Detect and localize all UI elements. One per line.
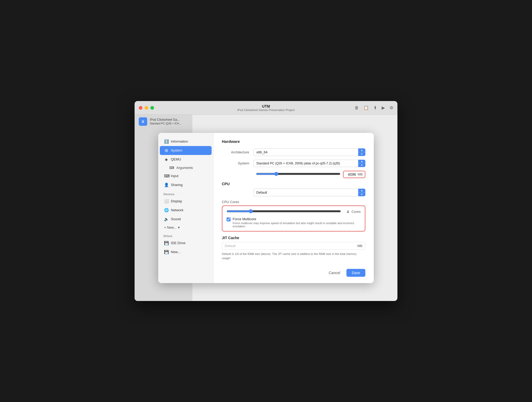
cpu-section-label: CPU [222, 182, 365, 186]
main-window: UTM iPod Clickwheel Games Preservation P… [135, 101, 397, 301]
new-device-label: + New... [164, 225, 176, 229]
architecture-select[interactable]: x86_64 [253, 148, 365, 156]
architecture-row: Architecture x86_64 ▲ ▼ [222, 148, 365, 156]
sidebar-item-information[interactable]: ℹ️ Information [160, 137, 212, 146]
sidebar-item-system-label: System [171, 148, 182, 152]
titlebar: UTM iPod Clickwheel Games Preservation P… [135, 101, 397, 115]
jit-cache-label: JIT Cache [222, 236, 365, 240]
devices-section-label: Devices [158, 189, 213, 197]
sidebar-item-input[interactable]: ⌨ Input [160, 172, 212, 180]
force-multicore-text: Force Multicore Force multicore may impr… [233, 217, 361, 228]
sidebar-item-information-label: Information [171, 139, 188, 143]
ram-slider-wrapper [256, 172, 340, 177]
modal-sidebar: ℹ️ Information ⊞ System ◈ QEMU [158, 133, 213, 283]
system-row: System Standard PC (Q35 + ICH9, 2009) (a… [222, 160, 365, 167]
sidebar-item-sharing-label: Sharing [171, 183, 183, 187]
input-icon: ⌨ [164, 174, 169, 178]
architecture-stepper-up[interactable]: ▲ [358, 148, 365, 152]
play-icon[interactable]: ▶ [382, 105, 385, 110]
qemu-icon: ◈ [164, 157, 169, 162]
ram-unit: MB [358, 172, 363, 176]
cancel-button[interactable]: Cancel [325, 269, 343, 277]
new-device-button[interactable]: + New... ▾ [160, 224, 212, 231]
system-icon: ⊞ [164, 148, 169, 153]
sharing-icon: 👤 [164, 183, 169, 187]
ram-slider[interactable] [256, 172, 340, 176]
modal-footer: Cancel Save [222, 267, 365, 277]
architecture-stepper: ▲ ▼ [358, 148, 365, 156]
force-multicore-desc: Force multicore may improve speed of emu… [233, 222, 361, 228]
arguments-icon: ⌨ [169, 166, 174, 170]
sidebar-item-qemu-label: QEMU [171, 157, 181, 161]
sound-icon: 🔈 [164, 217, 169, 222]
maximize-button[interactable] [150, 106, 154, 110]
system-select[interactable]: Standard PC (Q35 + ICH9, 2009) (alias of… [253, 160, 365, 167]
close-button[interactable] [139, 106, 142, 110]
chevron-down-icon: ▾ [178, 225, 180, 229]
system-stepper-up[interactable]: ▲ [358, 160, 365, 164]
cores-box: 4 Cores Force Multicore Force multicore … [222, 205, 365, 232]
cpu-cores-label: CPU Cores [222, 200, 365, 204]
modal-content: Hardware Architecture x86_64 ▲ ▼ [213, 133, 374, 283]
cpu-select[interactable]: Default [253, 189, 365, 196]
sidebar-item-ide-drive[interactable]: 💾 IDE Drive [160, 239, 212, 248]
traffic-lights [139, 106, 154, 110]
architecture-control: x86_64 ▲ ▼ [253, 148, 365, 156]
sidebar-item-ide-drive-label: IDE Drive [171, 241, 186, 245]
app-title: UTM [237, 104, 295, 108]
settings-icon[interactable]: ⚙ [390, 105, 393, 110]
cores-slider-row: 4 Cores [227, 209, 361, 214]
minimize-button[interactable] [145, 106, 148, 110]
jit-placeholder: Default [225, 244, 355, 248]
cores-unit: Cores [351, 210, 361, 214]
settings-modal: ℹ️ Information ⊞ System ◈ QEMU [158, 133, 374, 283]
system-stepper-down[interactable]: ▼ [358, 163, 365, 167]
cores-value: 4 [344, 210, 349, 214]
sidebar-item-network-label: Network [171, 208, 183, 212]
new-drive-icon: 💾 [164, 250, 169, 254]
system-label: System [222, 161, 253, 165]
network-icon: 🌐 [164, 208, 169, 213]
cpu-stepper: ▲ ▼ [358, 189, 365, 196]
cpu-stepper-up[interactable]: ▲ [358, 189, 365, 193]
cpu-stepper-down[interactable]: ▼ [358, 193, 365, 196]
sidebar-item-qemu[interactable]: ◈ QEMU [160, 155, 212, 164]
sidebar-item-display[interactable]: ⬜ Display [160, 197, 212, 206]
cpu-control: Default ▲ ▼ [253, 189, 365, 196]
modal-overlay: ℹ️ Information ⊞ System ◈ QEMU [135, 115, 397, 301]
sidebar-item-input-label: Input [171, 174, 178, 178]
sidebar-item-new-drive[interactable]: 💾 New... [160, 248, 212, 257]
force-multicore-checkbox[interactable] [227, 217, 231, 222]
display-icon: ⬜ [164, 199, 169, 204]
sidebar-sub-item-arguments[interactable]: ⌨ Arguments [160, 164, 212, 172]
sidebar-item-sound-label: Sound [171, 217, 181, 221]
sidebar-sub-item-arguments-label: Arguments [176, 166, 193, 170]
sidebar-item-network[interactable]: 🌐 Network [160, 206, 212, 215]
save-button[interactable]: Save [346, 269, 365, 277]
sidebar-item-sharing[interactable]: 👤 Sharing [160, 180, 212, 189]
cores-slider-wrapper [227, 209, 341, 214]
system-control: Standard PC (Q35 + ICH9, 2009) (alias of… [253, 160, 365, 167]
drives-section-label: Drives [158, 231, 213, 239]
sidebar-item-sound[interactable]: 🔈 Sound [160, 215, 212, 224]
architecture-label: Architecture [222, 150, 253, 154]
ram-input-box: 4096 MB [343, 171, 366, 178]
system-select-wrapper: Standard PC (Q35 + ICH9, 2009) (alias of… [253, 160, 365, 167]
force-multicore-row: Force Multicore Force multicore may impr… [227, 217, 361, 228]
cpu-row: Default ▲ ▼ [222, 189, 365, 196]
force-multicore-label: Force Multicore [233, 217, 361, 221]
share-icon[interactable]: ⬆ [374, 105, 377, 110]
architecture-select-wrapper: x86_64 ▲ ▼ [253, 148, 365, 156]
cores-slider[interactable] [227, 209, 341, 213]
ide-drive-icon: 💾 [164, 241, 169, 245]
sidebar-item-system[interactable]: ⊞ System [160, 146, 212, 155]
main-body: 🖥 iPod Clickwheel Ga...Standard PC (Q35 … [135, 115, 397, 301]
sidebar-item-display-label: Display [171, 199, 182, 203]
titlebar-actions: 🗑 📋 ⬆ ▶ ⚙ [355, 105, 393, 110]
jit-unit: MB [357, 244, 363, 248]
jit-cache-row: Default MB [222, 242, 365, 250]
ram-row: 4096 MB [222, 171, 365, 178]
copy-icon[interactable]: 📋 [364, 105, 369, 110]
architecture-stepper-down[interactable]: ▼ [358, 152, 365, 156]
trash-icon[interactable]: 🗑 [355, 105, 359, 110]
